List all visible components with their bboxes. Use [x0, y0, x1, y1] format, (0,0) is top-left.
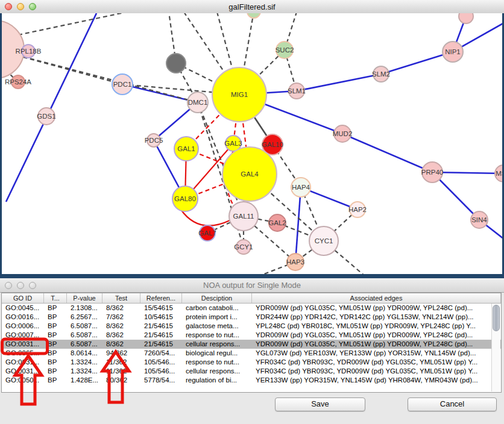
table-cell: YDR009W (pd) YGL035C, YML051W (pp) YDR00…: [252, 331, 501, 340]
cancel-button[interactable]: Cancel: [408, 398, 497, 411]
node-GAL1[interactable]: GAL1: [174, 137, 198, 161]
table-cell: cellular respons...: [182, 367, 252, 376]
network-svg: RPL18BRPS24AGDS1PDC1PDC5DMC1MIG1SUC2SLM1…: [0, 13, 504, 274]
table-cell: 6.2567...: [67, 313, 102, 322]
node-GAL11[interactable]: GAL11: [229, 202, 258, 231]
table-cell: 105/546...: [140, 367, 182, 376]
column-header-associated-edges[interactable]: Associated edges: [252, 293, 501, 303]
node-GAL4[interactable]: GAL4: [222, 147, 277, 201]
table-cell: YPL248C (pd) YBR018C, YML051W (pp) YDR00…: [252, 322, 501, 331]
column-header-desciption[interactable]: Desciption: [182, 293, 252, 303]
table-cell: GO:0031...: [2, 367, 44, 376]
node-RPS24A[interactable]: RPS24A: [5, 75, 31, 89]
node-PDC1[interactable]: PDC1: [112, 74, 133, 95]
node-NIP1[interactable]: NIP1: [443, 42, 463, 62]
node-GAL80[interactable]: GAL80: [172, 186, 198, 211]
table-cell: GO:0006...: [2, 322, 44, 331]
column-header-t-[interactable]: T...: [44, 293, 67, 303]
svg-text:RPL18B: RPL18B: [16, 48, 42, 55]
edge: [342, 134, 432, 172]
node-HAP2[interactable]: HAP2: [348, 202, 367, 217]
svg-text:SUC2: SUC2: [276, 46, 294, 54]
table-row[interactable]: GO:0065...BP8.0614...94/3627260/54...bio…: [2, 349, 501, 358]
table-cell: 6.5087...: [67, 331, 102, 340]
column-header-go-id[interactable]: GO ID: [2, 293, 44, 303]
table-cell: 1.3324...: [67, 358, 102, 367]
table-cell: 6.5087...: [67, 340, 102, 349]
table-row[interactable]: GO:0006...BP6.5087...8/36221/54615galact…: [2, 322, 501, 331]
table-cell: regulation of bi...: [182, 376, 252, 385]
node-GDS1[interactable]: GDS1: [37, 108, 55, 125]
vertical-scrollbar[interactable]: [491, 304, 500, 391]
table-row[interactable]: GO:0031...BP6.5087...8/36221/54615cellul…: [2, 340, 501, 349]
table-cell: 2.1308...: [67, 304, 102, 313]
table-cell: 8/362: [102, 340, 140, 349]
table-cell: GO:0007...: [2, 331, 44, 340]
table-cell: 7260/54...: [140, 349, 182, 358]
node-unlabeled[interactable]: [459, 13, 473, 23]
noa-window-titlebar: NOA output for Single Mode: [0, 278, 504, 293]
network-canvas[interactable]: RPL18BRPS24AGDS1PDC1PDC5DMC1MIG1SUC2SLM1…: [0, 13, 504, 274]
edge: [295, 187, 301, 262]
save-button[interactable]: Save: [275, 398, 365, 411]
window-border-bottom: [0, 274, 504, 278]
node-SLM1[interactable]: SLM1: [288, 83, 306, 99]
node-SIN4[interactable]: SIN4: [471, 211, 488, 228]
table-cell: cellular respons...: [182, 340, 252, 349]
node-MIG1[interactable]: MIG1: [212, 67, 266, 122]
main-window-titlebar: galFiltered.sif: [0, 0, 504, 14]
node-unlabeled[interactable]: [166, 54, 186, 73]
node-MUD2[interactable]: MUD2: [333, 125, 353, 142]
node-HAP3[interactable]: HAP3: [286, 254, 304, 270]
table-cell: GO:0031...: [2, 340, 44, 349]
node-GAL7[interactable]: GAL7: [198, 225, 216, 241]
node-CYC1[interactable]: CYC1: [309, 226, 338, 255]
node-HAP4[interactable]: HAP4: [291, 178, 310, 197]
svg-text:MIG1: MIG1: [231, 91, 248, 98]
svg-text:GAL11: GAL11: [233, 213, 254, 220]
column-header-test[interactable]: Test: [102, 293, 140, 303]
table-cell: GO:0045...: [2, 304, 44, 313]
svg-text:PDC1: PDC1: [113, 81, 132, 88]
svg-text:SLM1: SLM1: [288, 87, 306, 95]
svg-text:MUD2: MUD2: [333, 130, 353, 137]
table-row[interactable]: GO:0050...BP1.428E...80/3625778/54...reg…: [2, 376, 501, 385]
node-unlabeled[interactable]: [247, 13, 260, 18]
node-SUC2[interactable]: SUC2: [276, 42, 294, 58]
column-header-referen-[interactable]: Referen...: [140, 293, 182, 303]
edge: [381, 52, 453, 74]
table-cell: 11/362: [102, 358, 140, 367]
table-cell: YFR034C (pd) YBR093C, YDR009W (pd) YGL03…: [252, 358, 501, 367]
table-cell: response to nut...: [182, 331, 252, 340]
node-GCY1[interactable]: GCY1: [234, 240, 253, 254]
node-PRP40[interactable]: PRP40: [421, 162, 443, 182]
edge: [297, 74, 381, 91]
scrollbar-thumb[interactable]: [493, 305, 500, 331]
node-GAL2[interactable]: GAL2: [268, 214, 286, 231]
noa-window-title: NOA output for Single Mode: [0, 281, 504, 290]
table-cell: GO:0031...: [2, 358, 44, 367]
table-row[interactable]: GO:0031...BP1.3324...11/362105/546...res…: [2, 358, 501, 367]
table-body: GO:0045...BP2.1308...8/36215/54615carbon…: [2, 304, 501, 385]
table-cell: BP: [44, 313, 67, 322]
column-header-p-value[interactable]: P-value: [67, 293, 102, 303]
svg-text:GCY1: GCY1: [234, 243, 253, 251]
table-cell: 11/362: [102, 367, 140, 376]
table-row[interactable]: GO:0045...BP2.1308...8/36215/54615carbon…: [2, 304, 501, 313]
table-cell: BP: [44, 367, 67, 376]
node-SLM2[interactable]: SLM2: [372, 66, 390, 82]
table-cell: YFR034C (pd) YBR093C, YDR009W (pd) YGL03…: [252, 367, 501, 376]
table-row[interactable]: GO:0016...BP6.2567...7/36210/54615protei…: [2, 313, 501, 322]
window-border-left: [0, 13, 2, 278]
table-cell: BP: [44, 331, 67, 340]
noa-window: NOA output for Single Mode GO IDT...P-va…: [0, 278, 504, 424]
svg-text:GAL80: GAL80: [174, 195, 196, 202]
node-DMC1[interactable]: DMC1: [187, 92, 208, 113]
table-row[interactable]: GO:0007...BP6.5087...8/36221/54615respon…: [2, 331, 501, 340]
edge: [18, 13, 127, 35]
table-cell: 80/362: [102, 376, 140, 385]
table-row[interactable]: GO:0031...BP1.3324...11/362105/546...cel…: [2, 367, 501, 376]
table-cell: 5778/54...: [140, 376, 182, 385]
table-cell: BP: [44, 376, 67, 385]
svg-text:GAL1: GAL1: [177, 145, 195, 152]
